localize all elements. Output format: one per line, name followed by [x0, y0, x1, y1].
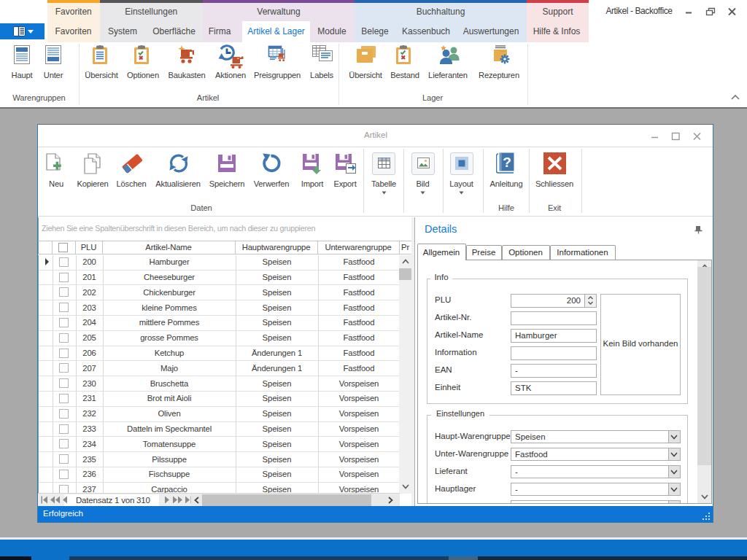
svg-text:?: ? — [503, 155, 511, 170]
